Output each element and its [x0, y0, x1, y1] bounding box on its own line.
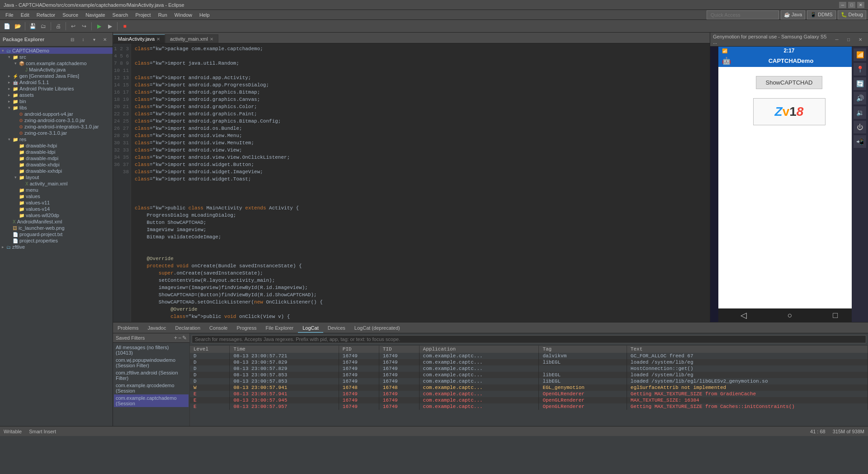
geny-restore[interactable]: □ [844, 34, 854, 44]
tree-item[interactable]: Xactivity_main.xml [0, 180, 113, 187]
show-captcha-button[interactable]: ShowCAPTCHAD [756, 76, 822, 89]
logcat-search-input[interactable] [192, 335, 866, 343]
perspective-debug[interactable]: 🐛 Debug [838, 10, 866, 19]
tree-item[interactable]: 📁drawable-xxhdpi [0, 168, 113, 174]
tab-progress[interactable]: Progress [232, 324, 261, 333]
tab-logcat[interactable]: LogCat [298, 324, 323, 333]
menu-edit[interactable]: Edit [17, 11, 33, 19]
tree-item[interactable]: 📁drawable-xhdpi [0, 161, 113, 168]
quick-access-input[interactable] [707, 10, 779, 19]
table-row[interactable]: D08-13 23:00:57.8291674916749com.example… [190, 365, 868, 372]
table-row[interactable]: W08-13 23:00:57.9411674816748com.example… [190, 384, 868, 391]
tab-mainactivity-close[interactable]: ✕ [156, 37, 160, 42]
tree-item[interactable]: 📁drawable-mdpi [0, 155, 113, 161]
tree-item[interactable]: ▸🤖Android 5.1.1 [0, 79, 113, 85]
menu-run[interactable]: Run [155, 11, 171, 19]
nav-home-button[interactable]: ○ [788, 310, 793, 320]
pe-collapse-button[interactable]: ⊟ [67, 34, 77, 44]
tree-item[interactable]: ▾🗂CAPTCHADemo [0, 47, 113, 54]
table-row[interactable]: D08-13 23:00:57.8291674916749com.example… [190, 359, 868, 365]
tree-item[interactable]: ▸📁Android Private Libraries [0, 85, 113, 92]
tree-item[interactable]: ⚙zxing-android-integration-3.1.0.jar [0, 123, 113, 130]
tab-file-explorer[interactable]: File Explorer [261, 324, 298, 333]
tree-item[interactable]: XAndroidManifest.xml [0, 218, 113, 225]
geny-gps-tool[interactable]: 📍 [854, 63, 866, 76]
menu-file[interactable]: File [2, 11, 17, 19]
logcat-table[interactable]: Level Time PID TID Application Tag Text [190, 346, 868, 426]
tab-activity-xml-close[interactable]: ✕ [210, 37, 213, 42]
pe-menu-button[interactable]: ▾ [89, 34, 99, 44]
undo-button[interactable]: ↩ [68, 21, 78, 31]
run-button[interactable]: ▶ [94, 21, 104, 31]
pe-sync-button[interactable]: ↕ [78, 34, 88, 44]
tree-item[interactable]: ▾📁libs [0, 104, 113, 111]
sf-item[interactable]: All messages (no filters) (10413) [114, 344, 189, 356]
menu-refactor[interactable]: Refactor [33, 11, 59, 19]
minimize-button[interactable]: ─ [839, 2, 846, 8]
tree-item[interactable]: 📄project.properties [0, 237, 113, 244]
geny-power-tool[interactable]: ⏻ [854, 121, 866, 133]
tree-item[interactable]: ▸⚡gen [Generated Java Files] [0, 73, 113, 79]
table-row[interactable]: D08-13 23:00:57.8531674916749com.example… [190, 372, 868, 378]
sf-remove-button[interactable]: − [178, 335, 181, 341]
tree-item[interactable]: 📁drawable-hdpi [0, 142, 113, 149]
tree-item[interactable]: ▾📁layout [0, 174, 113, 180]
tab-console[interactable]: Console [205, 324, 232, 333]
tree-item[interactable]: ▸📁assets [0, 92, 113, 98]
print-button[interactable]: 🖨 [53, 21, 63, 31]
sf-item[interactable]: com.example.qrcodedemo (Session [114, 382, 189, 394]
stop-button[interactable]: ■ [120, 21, 130, 31]
nav-recent-button[interactable]: □ [833, 310, 838, 320]
table-row[interactable]: E08-13 23:00:57.9451674916749com.example… [190, 397, 868, 403]
tree-item[interactable]: ▾📁src [0, 54, 113, 60]
menu-navigate[interactable]: Navigate [82, 11, 108, 19]
debug-run-button[interactable]: ▶ [105, 21, 115, 31]
save-button[interactable]: 💾 [28, 21, 38, 31]
tree-item[interactable]: 📁values-v14 [0, 206, 113, 212]
sf-item[interactable]: com.wj.popupwindowdemo (Session Filter) [114, 356, 189, 369]
tree-item[interactable]: 📁values-v11 [0, 199, 113, 206]
menu-help[interactable]: Help [196, 11, 213, 19]
geny-wifi-tool[interactable]: 📶 [854, 48, 866, 61]
tab-declaration[interactable]: Declaration [170, 324, 205, 333]
tree-item[interactable]: ▾📁res [0, 136, 113, 142]
geny-volume-up-tool[interactable]: 🔊 [854, 92, 866, 104]
geny-minimize[interactable]: ─ [832, 34, 842, 44]
menu-window[interactable]: Window [171, 11, 196, 19]
menu-search[interactable]: Search [109, 11, 132, 19]
tree-item[interactable]: ⚙zxing-core-3.1.0.jar [0, 130, 113, 136]
tree-item[interactable]: 📁menu [0, 187, 113, 193]
geny-close[interactable]: ✕ [855, 34, 865, 44]
new-button[interactable]: 📄 [2, 21, 12, 31]
menu-project[interactable]: Project [132, 11, 154, 19]
open-button[interactable]: 📂 [13, 21, 23, 31]
tab-logcat-deprecated[interactable]: LogCat (deprecated) [350, 324, 405, 333]
table-row[interactable]: E08-13 23:00:57.9571674916749com.example… [190, 403, 868, 410]
code-area[interactable]: class="kw">package com.example.captchade… [131, 43, 710, 322]
geny-nfc-tool[interactable]: 📲 [854, 135, 866, 148]
tree-item[interactable]: ▾📦com.example.captchademo [0, 60, 113, 66]
tree-item[interactable]: 📁values [0, 193, 113, 199]
tab-problems[interactable]: Problems [113, 324, 143, 333]
sf-add-button[interactable]: + [174, 335, 177, 341]
pe-close-button[interactable]: ✕ [100, 34, 110, 44]
geny-volume-down-tool[interactable]: 🔉 [854, 106, 866, 119]
table-row[interactable]: E08-13 23:00:57.9411674916749com.example… [190, 391, 868, 397]
tab-javadoc[interactable]: Javadoc [143, 324, 170, 333]
perspective-ddms[interactable]: 📱 DDMS [807, 10, 835, 19]
close-button[interactable]: ✕ [857, 2, 864, 8]
tree-item[interactable]: 📁drawable-ldpi [0, 149, 113, 155]
tree-item[interactable]: ▸🗂zftlive [0, 244, 113, 250]
tree-item[interactable]: 📁values-w820dp [0, 212, 113, 218]
tree-item[interactable]: ⚙zxing-android-core-3.1.0.jar [0, 117, 113, 123]
tree-item[interactable]: 🖼ic_launcher-web.png [0, 225, 113, 231]
menu-source[interactable]: Source [59, 11, 82, 19]
geny-rotate-tool[interactable]: 🔄 [854, 77, 866, 90]
tree-item[interactable]: JMainActivity.java [0, 66, 113, 73]
tab-activity-xml[interactable]: activity_main.xml ✕ [165, 34, 218, 43]
save-all-button[interactable]: 🗂 [38, 21, 48, 31]
sf-item[interactable]: com.example.captchademo (Session [114, 394, 189, 407]
sf-edit-button[interactable]: ✎ [182, 335, 187, 341]
sf-item[interactable]: com.zftlive.android (Session Filter) [114, 369, 189, 382]
tree-item[interactable]: 📄proguard-project.txt [0, 231, 113, 237]
